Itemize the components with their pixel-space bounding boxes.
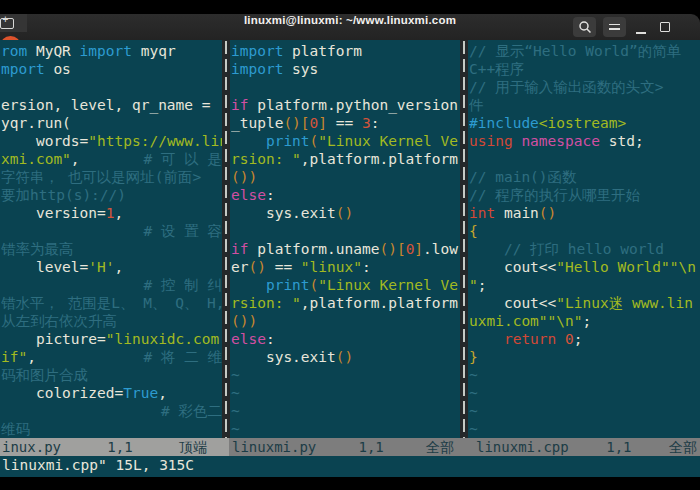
search-icon <box>578 20 592 34</box>
code-token: 码和图片合成 <box>1 367 88 383</box>
code-line: cout<<"Linux迷 www.lin <box>469 294 700 312</box>
code-line: print("Linux Kernel Ve <box>231 132 460 150</box>
code-pane-left[interactable]: rom MyQR import myqrmport osersion, leve… <box>1 42 222 438</box>
minimize-button[interactable] <box>631 17 651 37</box>
code-line: level='H', <box>1 258 222 276</box>
code-token: "linux" <box>301 259 362 275</box>
code-line: ~ <box>469 384 700 402</box>
code-line: ~ <box>231 420 460 438</box>
status-scroll-pos: 全部 <box>426 438 454 456</box>
maximize-icon <box>660 22 670 32</box>
code-line: print("Linux Kernel Ve <box>231 276 460 294</box>
code-token: " <box>469 277 478 293</box>
code-pane-middle[interactable]: import platformimport sysif platform.pyt… <box>231 42 460 438</box>
code-token: ()[ <box>283 115 309 131</box>
code-token: mport <box>1 61 45 77</box>
code-token: os <box>45 61 71 77</box>
maximize-button[interactable] <box>655 17 675 37</box>
code-token: uxmi.com""\n" <box>469 313 583 329</box>
code-line: ersion, level, qr_name = <box>1 96 222 114</box>
code-line <box>231 222 460 240</box>
code-token: myqr <box>132 43 176 59</box>
code-token: "Linux Kernel Ve <box>318 133 458 149</box>
status-filename: linuxmi.cpp <box>476 438 569 456</box>
code-token: ()[ <box>379 241 405 257</box>
code-token: ~ <box>231 385 240 401</box>
status-cursor-pos: 1,1 <box>359 438 384 456</box>
code-token: yqr.run( <box>1 115 71 131</box>
code-token: rom <box>1 43 27 59</box>
code-token: ~ <box>231 421 240 437</box>
code-token: : <box>266 331 275 347</box>
pane-separator <box>460 40 468 438</box>
code-token: # 可 以 是 <box>144 151 222 167</box>
code-line: sys.exit() <box>231 348 460 366</box>
code-token: "Linux Kernel Ve <box>318 277 458 293</box>
code-line <box>1 78 222 96</box>
code-line: ()) <box>231 168 460 186</box>
code-token: ~ <box>469 403 478 419</box>
code-line: 码和图片合成 <box>1 366 222 384</box>
code-token: # 控 制 纠 <box>144 277 222 293</box>
code-line: ~ <box>231 402 460 420</box>
code-line: #include<iostream> <box>469 114 700 132</box>
code-line: ~ <box>469 366 700 384</box>
code-token: # 将 二 维 <box>144 349 222 365</box>
code-line: version=1, <box>1 204 222 222</box>
status-segment-middle: linuxmi.py 1,1 全部 <box>229 438 466 456</box>
code-line: rom MyQR import myqr <box>1 42 222 60</box>
terminal[interactable]: rom MyQR import myqrmport osersion, leve… <box>0 40 700 477</box>
code-line: cout<<"Hello World""\n <box>469 258 700 276</box>
code-line: ()) <box>231 312 460 330</box>
search-button[interactable] <box>573 17 596 37</box>
code-token: # 设 置 容 <box>144 223 222 239</box>
code-line: // 用于输入输出函数的头文> <box>469 78 700 96</box>
code-token: ()) <box>231 313 257 329</box>
code-token: ,platform.platform <box>301 295 458 311</box>
code-line: mport os <box>1 60 222 78</box>
code-token: ; <box>478 277 487 293</box>
code-token: 字符串， 也可以是网址(前面> <box>1 169 201 185</box>
code-token: , <box>115 259 124 275</box>
code-line: 维码 <box>1 420 222 438</box>
code-line: 要加http(s)://) <box>1 186 222 204</box>
code-line: uxmi.com""\n"; <box>469 312 700 330</box>
menu-button[interactable] <box>603 17 626 37</box>
code-line: words="https://www.lin <box>1 132 222 150</box>
code-token: "Linux迷 www.lin <box>556 295 693 311</box>
code-token: namespace <box>521 133 600 149</box>
code-token: ~ <box>469 385 478 401</box>
code-line: 错率为最高 <box>1 240 222 258</box>
code-line: ~ <box>231 384 460 402</box>
code-token: sys <box>283 61 318 77</box>
status-scroll-pos: 顶端 <box>179 438 207 456</box>
code-token: 0 <box>565 331 574 347</box>
code-token: cout<< <box>469 259 556 275</box>
code-line: yqr.run( <box>1 114 222 132</box>
code-token: # 彩色二 <box>161 403 222 419</box>
code-token: ~ <box>231 403 240 419</box>
code-token: : <box>266 187 275 203</box>
code-token: , <box>158 385 167 401</box>
code-token: 错水平， 范围是L、 M、 Q、 H, <box>1 295 222 311</box>
screen: + linuxmi@linuxmi: ~/www.linuxmi.com ✕ r… <box>0 0 700 490</box>
menu-icon <box>609 24 620 31</box>
vim-statusbar: inux.py 1,1 顶端 linuxmi.py 1,1 全部 linuxmi… <box>0 438 700 456</box>
code-token: using <box>469 133 513 149</box>
vim-message-line: linuxmi.cpp" 15L, 315C <box>2 456 194 474</box>
status-segment-right: linuxmi.cpp 1,1 全部 <box>466 438 700 456</box>
code-token: ] <box>318 115 327 131</box>
code-token: colorized= <box>1 385 123 401</box>
code-token: int <box>469 205 495 221</box>
code-token: ~ <box>231 367 240 383</box>
code-line: // main()函数 <box>469 168 700 186</box>
code-token: .low <box>423 241 458 257</box>
code-token: rsion: " <box>231 295 301 311</box>
code-line: # 彩色二 <box>1 402 222 420</box>
code-pane-right[interactable]: // 显示“Hello World”的简单C++程序// 用于输入输出函数的头文… <box>469 42 700 438</box>
status-filename: inux.py <box>2 438 61 456</box>
code-line: import sys <box>231 60 460 78</box>
status-cursor-pos: 1,1 <box>107 438 132 456</box>
code-line: "; <box>469 276 700 294</box>
code-line: 从左到右依次升高 <box>1 312 222 330</box>
